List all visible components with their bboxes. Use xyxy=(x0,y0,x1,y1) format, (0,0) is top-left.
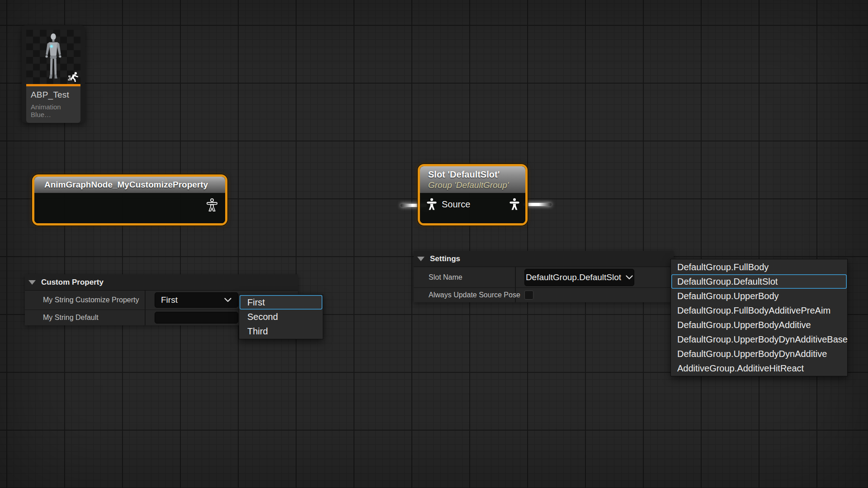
node-body xyxy=(34,193,225,212)
pose-pin-icon[interactable] xyxy=(206,198,218,212)
property-label-cell: Slot Name xyxy=(414,267,516,287)
property-label-cell: Always Update Source Pose xyxy=(414,288,516,302)
category-title: Custom Property xyxy=(41,278,104,287)
pose-input-pin-icon[interactable] xyxy=(426,198,437,211)
menu-item-fullbodyadditivepreaim[interactable]: DefaultGroup.FullBodyAdditivePreAim xyxy=(671,303,847,318)
asset-type-label: Animation Blue… xyxy=(31,103,80,118)
category-header-settings[interactable]: Settings xyxy=(414,251,674,267)
mannequin-figure-icon xyxy=(37,33,70,83)
node-inner: AnimGraphNode_MyCustomizeProperty xyxy=(34,177,225,223)
canvas-vignette xyxy=(0,0,868,488)
property-label: My String Customize Property xyxy=(43,296,139,304)
node-slot-defaultslot[interactable]: Slot 'DefaultSlot' Group 'DefaultGroup' … xyxy=(418,164,528,225)
asset-tile-abp-test[interactable]: ABP_Test Animation Blue… xyxy=(22,25,85,123)
menu-item-upperbodydynadditive[interactable]: DefaultGroup.UpperBodyDynAdditive xyxy=(671,347,847,361)
slot-name-dropdown-menu: DefaultGroup.FullBody DefaultGroup.Defau… xyxy=(670,259,848,376)
property-label-cell: My String Default xyxy=(25,310,146,325)
property-value-cell: DefaultGroup.DefaultSlot xyxy=(516,269,674,286)
anim-blueprint-running-man-icon xyxy=(68,71,80,83)
property-label: My String Default xyxy=(43,314,99,322)
menu-item-second[interactable]: Second xyxy=(240,310,322,324)
expander-triangle-icon[interactable] xyxy=(417,257,425,261)
my-string-default-input[interactable] xyxy=(155,312,238,324)
anim-graph-canvas[interactable]: ABP_Test Animation Blue… AnimGraphNode_M… xyxy=(0,0,868,488)
node-title: Slot 'DefaultSlot' xyxy=(428,169,525,180)
menu-item-upperbodyadditive[interactable]: DefaultGroup.UpperBodyAdditive xyxy=(671,318,847,332)
menu-item-third[interactable]: Third xyxy=(240,324,322,338)
category-title: Settings xyxy=(430,254,460,263)
combobox-value: First xyxy=(161,295,178,305)
property-label-cell: My String Customize Property xyxy=(25,291,146,310)
asset-name-area: ABP_Test Animation Blue… xyxy=(26,86,80,123)
node-animgraphnode-mycustomizeproperty[interactable]: AnimGraphNode_MyCustomizeProperty xyxy=(32,174,227,225)
property-label: Always Update Source Pose xyxy=(429,291,520,299)
category-header-custom-property[interactable]: Custom Property xyxy=(25,274,298,291)
pose-output-pin-icon[interactable] xyxy=(509,198,520,211)
menu-item-upperbodydynadditivebase[interactable]: DefaultGroup.UpperBodyDynAdditiveBase xyxy=(671,332,847,347)
menu-item-fullbody[interactable]: DefaultGroup.FullBody xyxy=(671,260,847,274)
my-string-customize-combobox[interactable]: First xyxy=(155,292,238,308)
node-header[interactable]: Slot 'DefaultSlot' Group 'DefaultGroup' xyxy=(420,166,525,193)
menu-item-defaultslot[interactable]: DefaultGroup.DefaultSlot xyxy=(671,274,847,289)
source-pin-label: Source xyxy=(442,199,470,210)
slot-name-combobox[interactable]: DefaultGroup.DefaultSlot xyxy=(524,269,634,286)
property-row-always-update-source-pose: Always Update Source Pose xyxy=(414,288,674,302)
property-value-cell xyxy=(516,291,674,300)
chevron-down-icon xyxy=(626,275,633,280)
property-label: Slot Name xyxy=(429,273,462,282)
property-row-slot-name: Slot Name DefaultGroup.DefaultSlot xyxy=(414,267,674,288)
combobox-value: DefaultGroup.DefaultSlot xyxy=(526,272,621,282)
asset-thumbnail xyxy=(26,30,80,84)
node-inner: Slot 'DefaultSlot' Group 'DefaultGroup' … xyxy=(420,166,525,223)
menu-item-additivehitreact[interactable]: AdditiveGroup.AdditiveHitReact xyxy=(671,361,847,375)
node-title: AnimGraphNode_MyCustomizeProperty xyxy=(44,180,208,189)
expander-triangle-icon[interactable] xyxy=(28,280,36,285)
settings-panel: Settings Slot Name DefaultGroup.DefaultS… xyxy=(414,251,674,302)
node-header[interactable]: AnimGraphNode_MyCustomizeProperty xyxy=(34,177,225,193)
always-update-source-pose-checkbox[interactable] xyxy=(524,291,533,300)
menu-item-upperbody[interactable]: DefaultGroup.UpperBody xyxy=(671,289,847,303)
asset-title: ABP_Test xyxy=(31,90,76,100)
menu-item-first[interactable]: First xyxy=(240,295,322,310)
chevron-down-icon xyxy=(224,298,231,302)
node-body: Source xyxy=(420,193,525,211)
enum-dropdown-menu: First Second Third xyxy=(239,294,323,339)
pose-wire-right xyxy=(524,203,552,206)
node-subtitle: Group 'DefaultGroup' xyxy=(428,180,525,190)
